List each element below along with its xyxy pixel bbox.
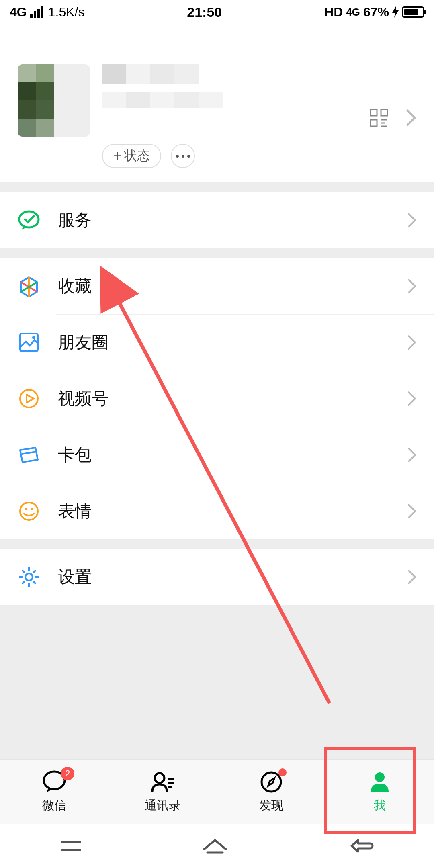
secondary-network: 4G xyxy=(346,6,360,18)
profile-id-redacted xyxy=(102,92,223,108)
tab-chat-label: 微信 xyxy=(42,797,66,814)
hd-indicator: HD xyxy=(324,5,343,20)
svg-point-13 xyxy=(32,336,35,339)
svg-line-28 xyxy=(22,581,25,584)
svg-line-27 xyxy=(33,570,36,573)
chevron-right-icon xyxy=(407,391,416,406)
cards-label: 卡包 xyxy=(58,444,407,466)
svg-point-18 xyxy=(25,508,27,510)
status-button[interactable]: + 状态 xyxy=(102,144,161,168)
svg-point-34 xyxy=(262,772,281,792)
chevron-right-icon xyxy=(407,213,416,228)
discover-notification-dot xyxy=(278,768,287,776)
network-speed: 1.5K/s xyxy=(48,5,85,20)
moments-label: 朋友圈 xyxy=(58,331,407,354)
divider xyxy=(0,248,434,258)
tab-chat[interactable]: 2 微信 xyxy=(0,760,108,824)
moments-icon xyxy=(18,331,58,354)
plus-icon: + xyxy=(113,149,122,163)
tab-contacts[interactable]: 通讯录 xyxy=(108,760,217,824)
annotation-highlight-box xyxy=(324,747,416,834)
chevron-right-icon xyxy=(406,109,416,127)
menu-item-moments[interactable]: 朋友圈 xyxy=(0,314,434,371)
svg-point-14 xyxy=(20,390,38,407)
status-label: 状态 xyxy=(124,147,150,165)
svg-marker-0 xyxy=(392,6,399,18)
menu-item-channels[interactable]: 视频号 xyxy=(0,371,434,427)
chevron-right-icon xyxy=(407,278,416,294)
menu-item-favorites[interactable]: 收藏 xyxy=(0,258,434,314)
svg-rect-12 xyxy=(20,334,38,351)
chevron-right-icon xyxy=(407,447,416,463)
service-icon xyxy=(18,209,58,231)
stickers-label: 表情 xyxy=(58,500,407,522)
clock: 21:50 xyxy=(84,4,324,20)
chat-badge: 2 xyxy=(61,767,74,780)
tab-contacts-label: 通讯录 xyxy=(145,797,181,814)
menu-item-cards[interactable]: 卡包 xyxy=(0,427,434,483)
tab-discover-label: 发现 xyxy=(259,797,283,814)
chevron-right-icon xyxy=(407,335,416,350)
menu-item-settings[interactable]: 设置 xyxy=(0,549,434,605)
divider xyxy=(0,539,434,549)
divider xyxy=(0,182,434,192)
menu-item-service[interactable]: 服务 xyxy=(0,192,434,248)
service-label: 服务 xyxy=(58,209,407,231)
svg-rect-3 xyxy=(371,120,377,126)
network-type: 4G xyxy=(10,5,27,20)
svg-marker-15 xyxy=(27,395,34,403)
more-icon xyxy=(176,155,190,158)
profile-header[interactable]: + 状态 xyxy=(0,24,434,182)
channels-label: 视频号 xyxy=(58,387,407,410)
nav-back-icon[interactable] xyxy=(347,837,375,855)
svg-point-17 xyxy=(20,502,38,520)
favorites-icon xyxy=(18,275,58,297)
tab-discover[interactable]: 发现 xyxy=(217,760,326,824)
signal-icon xyxy=(30,6,43,18)
nav-menu-icon[interactable] xyxy=(59,838,83,854)
svg-point-7 xyxy=(19,211,39,227)
svg-point-30 xyxy=(155,773,164,783)
charging-icon xyxy=(392,6,399,18)
svg-rect-1 xyxy=(371,109,377,116)
battery-percent: 67% xyxy=(363,5,389,20)
menu-item-stickers[interactable]: 表情 xyxy=(0,483,434,539)
svg-point-20 xyxy=(25,573,33,581)
svg-line-26 xyxy=(33,581,36,584)
favorites-label: 收藏 xyxy=(58,275,407,297)
settings-label: 设置 xyxy=(58,566,407,588)
svg-rect-2 xyxy=(381,109,387,116)
svg-line-16 xyxy=(22,452,36,454)
nav-home-icon[interactable] xyxy=(201,837,229,855)
cards-icon xyxy=(18,444,58,466)
channels-icon xyxy=(18,387,58,410)
svg-point-19 xyxy=(31,508,33,510)
profile-name-redacted xyxy=(102,64,199,84)
svg-line-25 xyxy=(22,570,25,573)
stickers-icon xyxy=(18,500,58,522)
more-button[interactable] xyxy=(171,144,195,168)
status-bar: 4G 1.5K/s 21:50 HD 4G 67% xyxy=(0,0,434,24)
qr-code-icon[interactable] xyxy=(370,108,388,127)
avatar[interactable] xyxy=(18,64,90,137)
chevron-right-icon xyxy=(407,504,416,519)
battery-icon xyxy=(402,6,424,18)
settings-icon xyxy=(18,566,58,588)
chevron-right-icon xyxy=(407,569,416,585)
svg-marker-35 xyxy=(268,778,274,786)
